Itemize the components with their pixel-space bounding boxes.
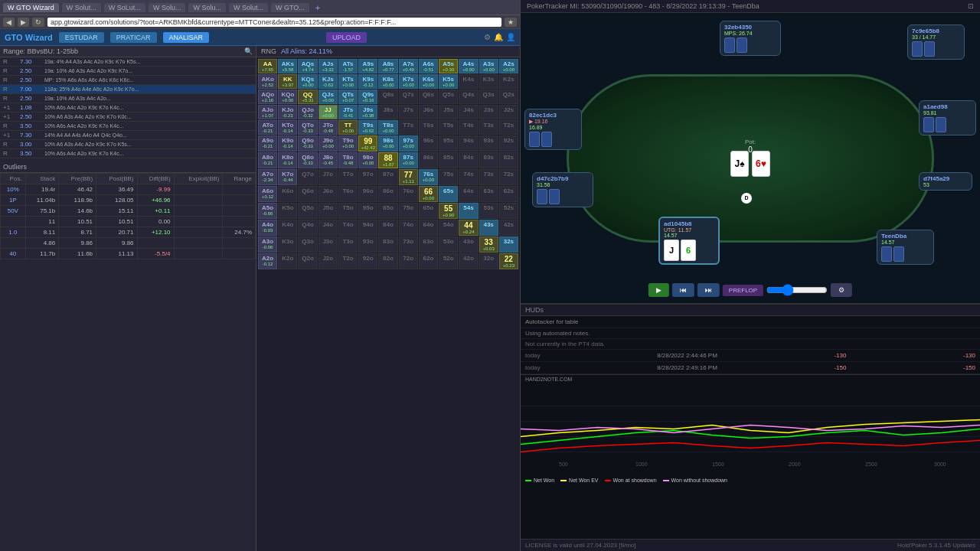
hand-cell-T5s[interactable]: T5s — [439, 120, 458, 135]
hand-cell-97s[interactable]: 97s+0.00 — [399, 135, 418, 152]
hand-cell-42s[interactable]: 42s — [499, 220, 518, 236]
hand-cell-43o[interactable]: 43o — [459, 236, 478, 253]
hand-cell-63s[interactable]: 63s — [479, 186, 498, 202]
hand-cell-73o[interactable]: 73o — [399, 236, 418, 253]
minimize-icon[interactable]: ⊡ — [968, 2, 974, 10]
forward-button[interactable]: ▶ — [18, 18, 29, 27]
refresh-button[interactable]: ↻ — [32, 18, 44, 27]
browser-tab-2[interactable]: W Solut... — [62, 3, 101, 12]
upload-button[interactable]: UPLOAD — [326, 32, 367, 43]
hand-cell-98o[interactable]: 98o+0.00 — [358, 152, 377, 168]
hand-cell-92o[interactable]: 92o — [358, 253, 377, 269]
hand-cell-55[interactable]: 55+0.90 — [439, 203, 458, 219]
tree-row-4[interactable]: R 2.50 19a: 10% A6 A3s A4c A2o... — [0, 94, 256, 103]
hand-cell-QQ[interactable]: QQ+5.31 — [298, 90, 317, 104]
bell-icon[interactable]: 🔔 — [494, 33, 503, 41]
hand-cell-T3o[interactable]: T3o — [338, 236, 358, 253]
hand-cell-62o[interactable]: 62o — [419, 253, 438, 269]
tree-row-6[interactable]: +1 2.50 10% A6 A3s A4c A2o K9c K7o K0c..… — [0, 112, 256, 122]
hand-cell-AJs[interactable]: AJs+3.32 — [318, 59, 338, 73]
hand-cell-33[interactable]: 33+0.03 — [479, 236, 498, 253]
hand-cell-K5s[interactable]: K5s+0.00 — [439, 74, 458, 89]
hand-cell-T7s[interactable]: T7s — [399, 120, 418, 135]
hand-cell-42o[interactable]: 42o — [459, 253, 478, 269]
hand-cell-AKs[interactable]: AKs+5.58 — [278, 59, 297, 73]
hand-cell-K3s[interactable]: K3s — [479, 74, 498, 89]
hand-cell-QTs[interactable]: QTs+0.07 — [338, 90, 358, 104]
hand-cell-KQs[interactable]: KQs+0.00 — [298, 74, 317, 89]
hand-cell-A6s[interactable]: A6s-0.51 — [419, 59, 438, 73]
hand-cell-96o[interactable]: 96o — [358, 186, 377, 202]
hand-cell-A7s[interactable]: A7s+0.49 — [399, 59, 418, 73]
stats-row[interactable]: 10%19.4r46.4236.49-9.99 — [1, 184, 256, 195]
hand-cell-98s[interactable]: 98s+0.00 — [378, 135, 397, 152]
hand-cell-52s[interactable]: 52s — [499, 203, 518, 219]
hand-cell-K4s[interactable]: K4s — [459, 74, 478, 89]
hand-cell-J3s[interactable]: J3s — [479, 105, 498, 119]
settings-button[interactable]: ⚙ — [831, 283, 852, 297]
hand-cell-86o[interactable]: 86o — [378, 186, 397, 202]
hand-cell-J2s[interactable]: J2s — [499, 105, 518, 119]
browser-tab-4[interactable]: W Solu... — [149, 3, 186, 12]
gear-icon[interactable]: ⚙ — [484, 33, 491, 41]
tree-row-5[interactable]: +1 1.08 10% A6s A4c A2o K9c K7o K4c... — [0, 103, 256, 112]
hand-cell-94s[interactable]: 94s — [459, 135, 478, 152]
hand-cell-T4s[interactable]: T4s — [459, 120, 478, 135]
hand-cell-88[interactable]: 88+1.67 — [378, 152, 397, 168]
hand-cell-J7o[interactable]: J7o — [318, 169, 338, 185]
hud-row-0[interactable]: today 8/28/2022 2:44:46 PM -130 -130 — [521, 350, 980, 362]
browser-tab-5[interactable]: W Solu... — [188, 3, 226, 12]
hand-cell-T2s[interactable]: T2s — [499, 120, 518, 135]
hand-cell-99[interactable]: 99+42.42 — [358, 135, 377, 152]
hand-cell-72o[interactable]: 72o — [399, 253, 418, 269]
hand-cell-A4o[interactable]: A4o-0.03 — [258, 220, 277, 236]
hand-cell-74o[interactable]: 74o — [399, 220, 418, 236]
hand-cell-J8o[interactable]: J8o-0.45 — [318, 152, 338, 168]
hand-cell-J7s[interactable]: J7s — [399, 105, 418, 119]
prev-button[interactable]: ⏮ — [672, 283, 694, 297]
add-tab-button[interactable]: + — [312, 3, 323, 12]
browser-tab-6[interactable]: W Solut... — [229, 3, 268, 12]
hand-cell-J4s[interactable]: J4s — [459, 105, 478, 119]
stats-row[interactable]: 50V75.1b14.6b15.11+0.11 — [1, 206, 256, 217]
hand-cell-22[interactable]: 22+0.23 — [499, 253, 518, 269]
hand-cell-ATs[interactable]: ATs-1.57 — [338, 59, 358, 73]
stats-row[interactable]: 1.08.118.7120.71+12.1024.7% — [1, 227, 256, 238]
hand-cell-T5o[interactable]: T5o — [338, 203, 358, 219]
hand-cell-KTo[interactable]: KTo-0.14 — [278, 120, 297, 135]
browser-tab-7[interactable]: W GTO... — [271, 3, 309, 12]
hand-cell-64o[interactable]: 64o — [419, 220, 438, 236]
hand-cell-93s[interactable]: 93s — [479, 135, 498, 152]
hand-cell-QTo[interactable]: QTo-0.33 — [298, 120, 317, 135]
stats-row[interactable]: 1P11.04b118.9b128.05+46.96 — [1, 195, 256, 206]
stats-row[interactable]: 4011.7b11.6b11.13-5.5/4 — [1, 249, 256, 259]
hand-cell-J5o[interactable]: J5o — [318, 203, 338, 219]
hand-cell-92s[interactable]: 92s — [499, 135, 518, 152]
hand-cell-64s[interactable]: 64s — [459, 186, 478, 202]
hand-cell-Q3o[interactable]: Q3o — [298, 236, 317, 253]
hand-cell-Q6s[interactable]: Q6s — [419, 90, 438, 104]
hand-cell-AA[interactable]: AA+7.65 — [258, 59, 277, 73]
hand-cell-T4o[interactable]: T4o — [338, 220, 358, 236]
hand-cell-KJs[interactable]: KJs-0.63 — [318, 74, 338, 89]
play-button[interactable]: ▶ — [648, 283, 669, 297]
tree-row-2[interactable]: R 2.50 MP: 15% A6s A6s A6c A6c K6c K6c..… — [0, 76, 256, 85]
hand-cell-43s[interactable]: 43s — [479, 220, 498, 236]
hand-cell-A9o[interactable]: A9o-0.21 — [258, 135, 277, 152]
hand-cell-K9s[interactable]: K9s-0.12 — [358, 74, 377, 89]
tree-row-0[interactable]: R 7.30 19a: 4% A4 A3s A4c A2o K9c K7o K5… — [0, 57, 256, 67]
hand-cell-A2s[interactable]: A2s+0.00 — [499, 59, 518, 73]
hand-cell-A3s[interactable]: A3s+0.00 — [479, 59, 498, 73]
hand-cell-97o[interactable]: 97o — [358, 169, 377, 185]
hand-cell-K7s[interactable]: K7s+0.00 — [399, 74, 418, 89]
hand-cell-A3o[interactable]: A3o-0.06 — [258, 236, 277, 253]
hud-row-1[interactable]: today 8/28/2022 2:49:16 PM -150 -150 — [521, 362, 980, 374]
stats-row[interactable]: 1110.5110.510.00 — [1, 217, 256, 227]
hand-cell-A6o[interactable]: A6o+0.12 — [258, 186, 277, 202]
hand-cell-Q6o[interactable]: Q6o — [298, 186, 317, 202]
hand-cell-QJs[interactable]: QJs+0.00 — [318, 90, 338, 104]
hand-cell-65o[interactable]: 65o — [419, 203, 438, 219]
back-button[interactable]: ◀ — [3, 18, 15, 27]
hand-cell-KQo[interactable]: KQo+0.00 — [278, 90, 297, 104]
tree-search-icon[interactable]: 🔍 — [244, 47, 253, 55]
